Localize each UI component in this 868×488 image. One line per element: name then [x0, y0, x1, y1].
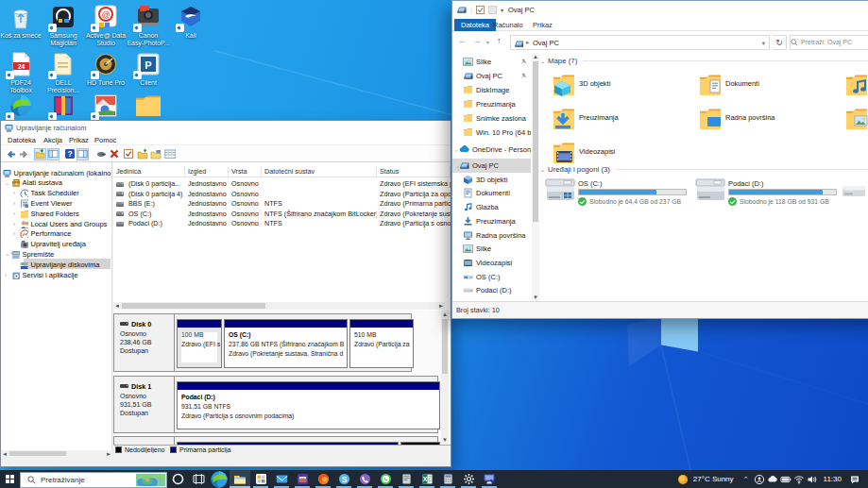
wifi-icon[interactable]: [792, 470, 806, 488]
cm-tree-item-shared-folders[interactable]: ›Shared Folders: [13, 209, 79, 219]
checklist-icon[interactable]: [122, 148, 134, 160]
cm-tree-item-upravljanje-ra-unalom-lokalno-[interactable]: Upravljanje računalom (lokalno): [3, 168, 112, 178]
cm-graph-vscrollbar[interactable]: ▲▼: [441, 311, 449, 444]
cm-tree-item-upravitelj-ure-aja[interactable]: Upravitelj uređaja: [13, 239, 86, 249]
column-header-jedinica[interactable]: Jedinica: [113, 166, 185, 177]
taskbar-button-firefox[interactable]: [313, 470, 333, 488]
nav-item-glazba[interactable]: Glazba: [452, 200, 531, 214]
details-view-icon[interactable]: [163, 148, 176, 160]
back-icon[interactable]: ←: [458, 36, 467, 45]
taskbar-button-settings[interactable]: [458, 470, 479, 488]
tree-chevron-icon[interactable]: ›: [13, 190, 20, 196]
taskbar-button-file-explorer[interactable]: [230, 470, 250, 488]
refresh-icon[interactable]: ↻: [773, 35, 787, 50]
cm-titlebar[interactable]: Upravljanje računalom: [1, 121, 451, 134]
address-bar[interactable]: ▸ Ovaj PC ▾: [510, 35, 770, 50]
taskbar-button-excel[interactable]: X: [417, 470, 437, 488]
search-input[interactable]: Pretraži: Ovaj PC: [790, 35, 868, 50]
tree-chevron-icon[interactable]: ⌄: [5, 250, 11, 258]
nav-item-videozapisi[interactable]: Videozapisi: [452, 256, 531, 270]
group-chevron-icon[interactable]: ⌄: [540, 166, 545, 173]
column-header-status[interactable]: Status: [377, 166, 451, 177]
column-header-vrsta[interactable]: Vrsta: [229, 166, 262, 177]
desktop-icon-kali[interactable]: Kali: [168, 4, 213, 40]
nav-chevron-icon[interactable]: ›: [452, 147, 459, 153]
partition[interactable]: 510 MBZdravo (Particija za: [349, 319, 414, 368]
nav-item-dokumenti[interactable]: Dokumenti: [452, 186, 531, 200]
device-tile-os-c-[interactable]: OS (C:)Slobodno je 64,4 GB od 237 GB: [545, 178, 689, 207]
new-item-icon[interactable]: [488, 6, 497, 14]
tree-chevron-icon[interactable]: ›: [13, 221, 20, 227]
folder-tile-videozapisi[interactable]: Videozapisi: [553, 140, 694, 166]
taskbar-button-films-tv[interactable]: [292, 470, 313, 488]
console-tree-icon[interactable]: [47, 148, 60, 160]
nav-item-os-c-[interactable]: OS (C:): [452, 270, 531, 284]
taskbar-button-edge[interactable]: [209, 470, 230, 488]
nav-item-snimke-zaslona[interactable]: Snimke zaslona: [452, 111, 531, 126]
nav-item-win-10-pro-64-b[interactable]: Win. 10 Pro (64 b: [452, 126, 531, 140]
sun-icon[interactable]: [676, 470, 689, 488]
tree-chevron-icon[interactable]: ⌄: [5, 179, 11, 187]
qat-dropdown-icon[interactable]: ▾: [501, 7, 503, 13]
nav-item-slike[interactable]: Slike: [452, 242, 531, 256]
nav-item-onedrive-person[interactable]: ›OneDrive - Person: [452, 143, 531, 157]
device-tile-podaci-d-[interactable]: Podaci (D:)Slobodno je 118 GB od 931 GB: [695, 178, 839, 207]
battery-icon[interactable]: [779, 470, 792, 488]
partition-podacid[interactable]: Podaci (D:)931,51 GB NTFSZdravo (Partici…: [177, 381, 440, 429]
up-level-icon[interactable]: [34, 148, 46, 160]
device-tile-removable[interactable]: [842, 178, 868, 207]
taskbar-button-viber[interactable]: [354, 470, 375, 488]
properties-icon[interactable]: [77, 148, 89, 160]
cm-tree-item-upravljanje-diskovima[interactable]: Upravljanje diskovima: [13, 260, 99, 270]
cm-list-hscrollbar[interactable]: ◄►: [113, 302, 445, 310]
desktop-icon-recycle-bin[interactable]: Koš za smeće: [0, 4, 43, 40]
tab-računalo[interactable]: Računalo: [486, 19, 530, 31]
nav-item-diskimage[interactable]: DiskImage: [452, 83, 531, 97]
group-header-uredaji[interactable]: ⌄Uređaji i pogoni (3): [540, 165, 868, 174]
desktop-icon-pdf24[interactable]: 24PDF24Toolbox: [0, 51, 43, 94]
nav-chevron-icon[interactable]: ⌄: [452, 162, 459, 169]
tree-chevron-icon[interactable]: ›: [13, 230, 20, 237]
start-button[interactable]: [0, 470, 20, 488]
breadcrumb[interactable]: Ovaj PC: [533, 39, 559, 47]
nav-scrollbar[interactable]: ▲ ▼: [532, 53, 539, 301]
action-center-icon[interactable]: [848, 470, 861, 488]
partition[interactable]: 100 MBZdravo (EFI s: [177, 319, 222, 368]
nav-item-preuzimanja[interactable]: Preuzimanja: [452, 97, 531, 111]
nav-item-3d-objekti[interactable]: 3D objekti: [452, 173, 531, 187]
cm-menu-pomoć[interactable]: Pomoć: [94, 136, 116, 144]
people-icon[interactable]: [753, 470, 766, 488]
clock[interactable]: 11:30: [824, 475, 842, 483]
taskbar-button-notes[interactable]: [396, 470, 417, 488]
volume-row[interactable]: Podaci (D:)JednostavnoOsnovnoNTFSZdravo …: [113, 219, 451, 229]
nav-item-preuzimanja[interactable]: Preuzimanja: [452, 214, 531, 228]
volume-row[interactable]: BBS (E:)JednostavnoOsnovnoNTFSZdravo (Pr…: [113, 199, 451, 210]
cm-menu-prikaz[interactable]: Prikaz: [69, 136, 89, 144]
nav-item-ovaj-pc[interactable]: Ovaj PC: [452, 69, 531, 83]
folder-tile-radna-povr-ina[interactable]: Radna površina: [699, 106, 841, 132]
pan-icon[interactable]: [94, 148, 107, 160]
history-chevron-icon[interactable]: ▾: [486, 39, 489, 45]
taskbar-button-mail[interactable]: [271, 470, 292, 488]
desktop-icon-canon-photo[interactable]: CanonEasy-PhotoP...: [126, 4, 171, 47]
properties-check-icon[interactable]: [476, 6, 485, 14]
cm-tree-item-local-users-and-groups[interactable]: ›Local Users and Groups: [13, 219, 107, 229]
explorer-titlebar[interactable]: |▾| Ovaj PC: [452, 1, 868, 18]
column-header-datote-ni-sustav[interactable]: Datotečni sustav: [262, 166, 377, 177]
desktop-icon-samsung-magician[interactable]: SamsungMagician: [41, 4, 86, 47]
media-folder-icon[interactable]: [149, 148, 162, 160]
speaker-icon[interactable]: [806, 470, 819, 488]
folder-tile-glazba[interactable]: Glazba: [845, 72, 868, 98]
tree-chevron-icon[interactable]: ›: [13, 200, 20, 207]
disk-row-disk-1[interactable]: Disk 1Osnovno931,51 GBDostupanPodaci (D:…: [113, 376, 438, 433]
forward-icon[interactable]: →: [473, 36, 482, 45]
taskbar-button-cortana[interactable]: [167, 470, 188, 488]
search-highlight-image[interactable]: [136, 474, 165, 487]
taskbar-button-calculator[interactable]: [437, 470, 458, 488]
cm-tree-hscrollbar[interactable]: ◄►: [1, 450, 112, 457]
onedrive-icon[interactable]: [766, 470, 779, 488]
nav-item-radna-povr-ina[interactable]: Radna površina: [452, 228, 531, 243]
taskbar-button-task-view[interactable]: [188, 470, 209, 488]
taskbar-search-input[interactable]: Pretraživanje: [20, 472, 167, 488]
volume-row[interactable]: (Disk 0 particija 4)JednostavnoOsnovnoZd…: [113, 190, 451, 200]
